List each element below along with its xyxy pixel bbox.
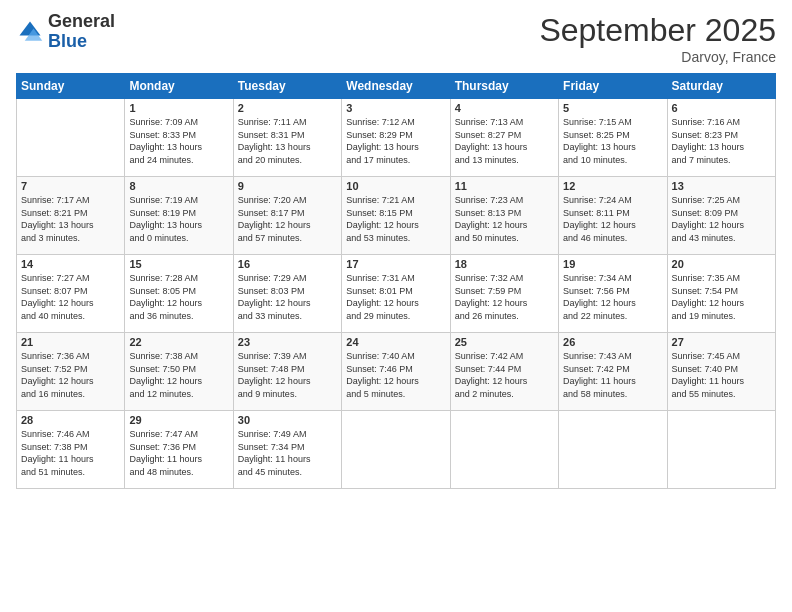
calendar-cell: 17Sunrise: 7:31 AMSunset: 8:01 PMDayligh… <box>342 255 450 333</box>
day-number: 1 <box>129 102 228 114</box>
day-info: Sunrise: 7:28 AMSunset: 8:05 PMDaylight:… <box>129 272 228 322</box>
day-info: Sunrise: 7:25 AMSunset: 8:09 PMDaylight:… <box>672 194 771 244</box>
day-number: 8 <box>129 180 228 192</box>
day-info: Sunrise: 7:24 AMSunset: 8:11 PMDaylight:… <box>563 194 662 244</box>
day-number: 19 <box>563 258 662 270</box>
calendar-cell: 1Sunrise: 7:09 AMSunset: 8:33 PMDaylight… <box>125 99 233 177</box>
calendar-cell <box>559 411 667 489</box>
calendar-cell: 3Sunrise: 7:12 AMSunset: 8:29 PMDaylight… <box>342 99 450 177</box>
day-number: 6 <box>672 102 771 114</box>
calendar-cell: 30Sunrise: 7:49 AMSunset: 7:34 PMDayligh… <box>233 411 341 489</box>
day-number: 24 <box>346 336 445 348</box>
day-info: Sunrise: 7:23 AMSunset: 8:13 PMDaylight:… <box>455 194 554 244</box>
day-number: 28 <box>21 414 120 426</box>
header-saturday: Saturday <box>667 74 775 99</box>
day-number: 2 <box>238 102 337 114</box>
calendar-cell: 14Sunrise: 7:27 AMSunset: 8:07 PMDayligh… <box>17 255 125 333</box>
calendar-cell: 21Sunrise: 7:36 AMSunset: 7:52 PMDayligh… <box>17 333 125 411</box>
month-title: September 2025 <box>539 12 776 49</box>
calendar-cell: 9Sunrise: 7:20 AMSunset: 8:17 PMDaylight… <box>233 177 341 255</box>
calendar-cell: 10Sunrise: 7:21 AMSunset: 8:15 PMDayligh… <box>342 177 450 255</box>
calendar-cell: 22Sunrise: 7:38 AMSunset: 7:50 PMDayligh… <box>125 333 233 411</box>
header-tuesday: Tuesday <box>233 74 341 99</box>
day-number: 9 <box>238 180 337 192</box>
day-info: Sunrise: 7:40 AMSunset: 7:46 PMDaylight:… <box>346 350 445 400</box>
calendar-table: Sunday Monday Tuesday Wednesday Thursday… <box>16 73 776 489</box>
day-number: 18 <box>455 258 554 270</box>
day-number: 3 <box>346 102 445 114</box>
header-wednesday: Wednesday <box>342 74 450 99</box>
day-info: Sunrise: 7:12 AMSunset: 8:29 PMDaylight:… <box>346 116 445 166</box>
calendar-cell: 13Sunrise: 7:25 AMSunset: 8:09 PMDayligh… <box>667 177 775 255</box>
day-number: 15 <box>129 258 228 270</box>
day-info: Sunrise: 7:46 AMSunset: 7:38 PMDaylight:… <box>21 428 120 478</box>
weekday-header-row: Sunday Monday Tuesday Wednesday Thursday… <box>17 74 776 99</box>
day-info: Sunrise: 7:34 AMSunset: 7:56 PMDaylight:… <box>563 272 662 322</box>
calendar-cell: 8Sunrise: 7:19 AMSunset: 8:19 PMDaylight… <box>125 177 233 255</box>
logo-general: General <box>48 11 115 31</box>
header-monday: Monday <box>125 74 233 99</box>
page-header: General Blue September 2025 Darvoy, Fran… <box>16 12 776 65</box>
calendar-week-row: 7Sunrise: 7:17 AMSunset: 8:21 PMDaylight… <box>17 177 776 255</box>
day-info: Sunrise: 7:45 AMSunset: 7:40 PMDaylight:… <box>672 350 771 400</box>
day-number: 5 <box>563 102 662 114</box>
day-number: 10 <box>346 180 445 192</box>
logo-icon <box>16 18 44 46</box>
day-number: 7 <box>21 180 120 192</box>
calendar-cell <box>342 411 450 489</box>
calendar-cell: 15Sunrise: 7:28 AMSunset: 8:05 PMDayligh… <box>125 255 233 333</box>
logo: General Blue <box>16 12 115 52</box>
calendar-cell: 20Sunrise: 7:35 AMSunset: 7:54 PMDayligh… <box>667 255 775 333</box>
day-info: Sunrise: 7:42 AMSunset: 7:44 PMDaylight:… <box>455 350 554 400</box>
calendar-cell: 25Sunrise: 7:42 AMSunset: 7:44 PMDayligh… <box>450 333 558 411</box>
day-info: Sunrise: 7:11 AMSunset: 8:31 PMDaylight:… <box>238 116 337 166</box>
day-number: 30 <box>238 414 337 426</box>
day-number: 26 <box>563 336 662 348</box>
calendar-cell: 5Sunrise: 7:15 AMSunset: 8:25 PMDaylight… <box>559 99 667 177</box>
day-info: Sunrise: 7:31 AMSunset: 8:01 PMDaylight:… <box>346 272 445 322</box>
day-number: 25 <box>455 336 554 348</box>
calendar-cell: 7Sunrise: 7:17 AMSunset: 8:21 PMDaylight… <box>17 177 125 255</box>
logo-text: General Blue <box>48 12 115 52</box>
calendar-cell: 29Sunrise: 7:47 AMSunset: 7:36 PMDayligh… <box>125 411 233 489</box>
location: Darvoy, France <box>539 49 776 65</box>
calendar-cell: 4Sunrise: 7:13 AMSunset: 8:27 PMDaylight… <box>450 99 558 177</box>
day-number: 16 <box>238 258 337 270</box>
calendar-cell: 19Sunrise: 7:34 AMSunset: 7:56 PMDayligh… <box>559 255 667 333</box>
calendar-cell: 11Sunrise: 7:23 AMSunset: 8:13 PMDayligh… <box>450 177 558 255</box>
day-info: Sunrise: 7:09 AMSunset: 8:33 PMDaylight:… <box>129 116 228 166</box>
day-info: Sunrise: 7:35 AMSunset: 7:54 PMDaylight:… <box>672 272 771 322</box>
day-number: 29 <box>129 414 228 426</box>
calendar-cell: 26Sunrise: 7:43 AMSunset: 7:42 PMDayligh… <box>559 333 667 411</box>
calendar-cell <box>667 411 775 489</box>
title-block: September 2025 Darvoy, France <box>539 12 776 65</box>
day-info: Sunrise: 7:47 AMSunset: 7:36 PMDaylight:… <box>129 428 228 478</box>
day-number: 20 <box>672 258 771 270</box>
day-number: 27 <box>672 336 771 348</box>
header-friday: Friday <box>559 74 667 99</box>
calendar-cell: 6Sunrise: 7:16 AMSunset: 8:23 PMDaylight… <box>667 99 775 177</box>
calendar-cell: 27Sunrise: 7:45 AMSunset: 7:40 PMDayligh… <box>667 333 775 411</box>
calendar-week-row: 1Sunrise: 7:09 AMSunset: 8:33 PMDaylight… <box>17 99 776 177</box>
day-info: Sunrise: 7:43 AMSunset: 7:42 PMDaylight:… <box>563 350 662 400</box>
day-info: Sunrise: 7:17 AMSunset: 8:21 PMDaylight:… <box>21 194 120 244</box>
day-number: 14 <box>21 258 120 270</box>
calendar-cell: 24Sunrise: 7:40 AMSunset: 7:46 PMDayligh… <box>342 333 450 411</box>
day-number: 12 <box>563 180 662 192</box>
day-info: Sunrise: 7:16 AMSunset: 8:23 PMDaylight:… <box>672 116 771 166</box>
day-number: 21 <box>21 336 120 348</box>
day-number: 17 <box>346 258 445 270</box>
calendar-cell <box>450 411 558 489</box>
day-number: 23 <box>238 336 337 348</box>
day-info: Sunrise: 7:39 AMSunset: 7:48 PMDaylight:… <box>238 350 337 400</box>
calendar-week-row: 28Sunrise: 7:46 AMSunset: 7:38 PMDayligh… <box>17 411 776 489</box>
calendar-cell: 2Sunrise: 7:11 AMSunset: 8:31 PMDaylight… <box>233 99 341 177</box>
calendar-week-row: 21Sunrise: 7:36 AMSunset: 7:52 PMDayligh… <box>17 333 776 411</box>
day-number: 11 <box>455 180 554 192</box>
calendar-week-row: 14Sunrise: 7:27 AMSunset: 8:07 PMDayligh… <box>17 255 776 333</box>
day-number: 22 <box>129 336 228 348</box>
calendar-cell <box>17 99 125 177</box>
header-thursday: Thursday <box>450 74 558 99</box>
day-info: Sunrise: 7:20 AMSunset: 8:17 PMDaylight:… <box>238 194 337 244</box>
calendar-cell: 12Sunrise: 7:24 AMSunset: 8:11 PMDayligh… <box>559 177 667 255</box>
